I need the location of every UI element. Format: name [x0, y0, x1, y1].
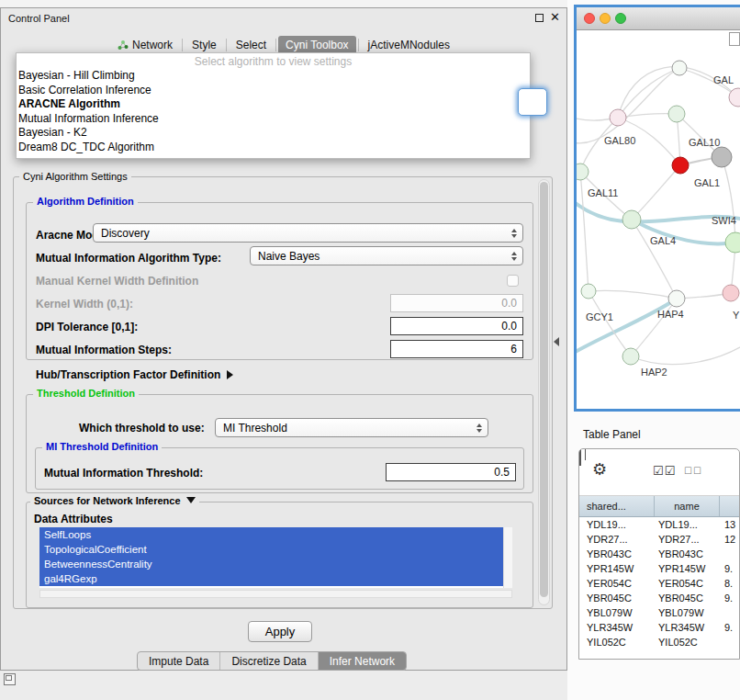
- network-node[interactable]: [672, 157, 689, 174]
- columns-icon[interactable]: [579, 448, 581, 466]
- table-row[interactable]: YDL19...YDL19...13: [579, 517, 739, 532]
- tab-infer-network[interactable]: Infer Network: [318, 652, 406, 670]
- network-node[interactable]: [725, 232, 740, 253]
- table-cell: YER054C: [579, 578, 655, 589]
- network-canvas[interactable]: GALGAL80GAL10GAL11GAL1SWI4GAL4GCY1HAP4HA…: [577, 30, 740, 409]
- kernel-width-field[interactable]: [390, 294, 523, 312]
- table-row[interactable]: YBR043CYBR043C: [579, 547, 739, 561]
- mi-type-select[interactable]: Naive Bayes: [250, 246, 523, 265]
- table-cell: 12: [720, 534, 739, 545]
- network-window-titlebar[interactable]: [577, 7, 740, 30]
- mi-steps-field[interactable]: [390, 340, 523, 358]
- hub-section-label: Hub/Transcription Factor Definition: [36, 368, 220, 381]
- tab-cyni-toolbox[interactable]: Cyni Toolbox: [278, 36, 355, 54]
- algorithm-option[interactable]: Dream8 DC_TDC Algorithm: [17, 141, 530, 155]
- network-node[interactable]: [712, 147, 732, 167]
- table-row[interactable]: YBL079WYBL079W: [579, 605, 739, 620]
- settings-scrollbar-thumb[interactable]: [540, 182, 548, 597]
- float-window-icon[interactable]: [535, 14, 544, 22]
- network-node[interactable]: [581, 284, 596, 299]
- attribute-item[interactable]: BetweennessCentrality: [39, 557, 503, 571]
- algorithm-dropdown-popup: Select algorithm to view settings Bayesi…: [16, 52, 531, 159]
- column-header-extra[interactable]: [720, 496, 739, 516]
- network-node[interactable]: [672, 61, 687, 75]
- table-row[interactable]: YER054CYER054C8.: [579, 576, 739, 591]
- dpi-tolerance-field[interactable]: [390, 317, 523, 335]
- table-cell: YDR27...: [655, 534, 720, 545]
- close-icon[interactable]: ✕: [550, 10, 560, 24]
- node-label: GAL1: [694, 177, 720, 188]
- mi-threshold-field[interactable]: [386, 463, 516, 481]
- algorithm-option[interactable]: Basic Correlation Inference: [17, 84, 530, 98]
- select-all-checks-icon[interactable]: ☑☑: [653, 464, 676, 478]
- aracne-mode-select[interactable]: Discovery: [93, 223, 523, 243]
- zoom-traffic-light[interactable]: [615, 13, 626, 24]
- network-node[interactable]: [668, 106, 685, 122]
- which-threshold-select[interactable]: MI Threshold: [215, 418, 488, 437]
- table-body: YDL19...YDL19...13YDR27...YDR27...12YBR0…: [579, 517, 739, 649]
- table-cell: 8.: [720, 578, 739, 589]
- column-header-shared[interactable]: shared...: [579, 496, 655, 516]
- attribute-item[interactable]: SelfLoops: [39, 527, 503, 542]
- network-view-window: GALGAL80GAL10GAL11GAL1SWI4GAL4GCY1HAP4HA…: [574, 5, 740, 412]
- tab-network[interactable]: Network: [110, 36, 180, 54]
- tab-separator: [358, 39, 359, 51]
- attribute-item[interactable]: gal4RGexp: [39, 571, 503, 586]
- table-row[interactable]: YPR145WYPR145W9.: [579, 561, 739, 576]
- canvas-corner-widget[interactable]: [729, 32, 740, 46]
- node-label: GAL: [713, 74, 734, 85]
- mi-threshold-label: Mutual Information Threshold:: [44, 467, 203, 480]
- attribute-item[interactable]: TopologicalCoefficient: [39, 542, 503, 557]
- table-row[interactable]: YIL052CYIL052C: [579, 635, 739, 649]
- network-node[interactable]: [577, 164, 589, 180]
- algorithm-option[interactable]: Bayesian - Hill Climbing: [17, 69, 530, 84]
- table-row[interactable]: YLR345WYLR345W9.: [579, 620, 739, 635]
- attributes-vertical-scrollbar[interactable]: [503, 527, 512, 588]
- docked-panel-icon[interactable]: [4, 673, 16, 685]
- network-edge: [631, 299, 677, 356]
- network-node[interactable]: [610, 109, 626, 126]
- hub-section-toggle[interactable]: Hub/Transcription Factor Definition: [36, 368, 233, 381]
- combo-arrows-icon: [477, 419, 482, 436]
- table-row[interactable]: YBR045CYBR045C9.: [579, 591, 739, 605]
- deselect-all-boxes-icon[interactable]: ☐☐: [684, 466, 702, 476]
- network-node[interactable]: [622, 348, 639, 365]
- table-cell: YLR345W: [655, 622, 720, 633]
- algorithm-placeholder: Select algorithm to view settings: [17, 54, 530, 69]
- attributes-horizontal-scrollbar[interactable]: [39, 590, 512, 598]
- algorithm-option[interactable]: ARACNE Algorithm: [17, 97, 530, 112]
- table-cell: YDL19...: [655, 519, 720, 530]
- gear-icon[interactable]: ⚙: [592, 459, 607, 479]
- settings-scrollbar[interactable]: [538, 179, 550, 605]
- bottom-tabs: Impute DataDiscretize DataInfer Network: [137, 651, 407, 671]
- which-threshold-value: MI Threshold: [223, 422, 287, 435]
- network-node[interactable]: [622, 210, 641, 229]
- table-cell: YBR045C: [655, 593, 720, 604]
- tab-style[interactable]: Style: [185, 36, 224, 54]
- tab-select[interactable]: Select: [229, 36, 274, 54]
- network-node[interactable]: [723, 285, 739, 301]
- tab-impute-data[interactable]: Impute Data: [138, 652, 219, 670]
- minimize-traffic-light[interactable]: [600, 13, 611, 24]
- algorithm-option[interactable]: Mutual Information Inference: [17, 112, 530, 127]
- algorithm-action-button[interactable]: [518, 88, 547, 116]
- table-panel-title: Table Panel: [583, 428, 641, 441]
- tab-discretize-data[interactable]: Discretize Data: [219, 652, 317, 670]
- control-panel-title: Control Panel: [8, 13, 70, 24]
- close-traffic-light[interactable]: [584, 13, 595, 24]
- table-header: shared... name: [579, 496, 739, 517]
- tab-jactivemnodules[interactable]: jActiveMNodules: [361, 36, 457, 54]
- apply-button[interactable]: Apply: [248, 621, 312, 642]
- table-row[interactable]: YDR27...YDR27...12: [579, 532, 739, 547]
- panel-collapse-handle[interactable]: [554, 337, 559, 346]
- which-threshold-label: Which threshold to use:: [79, 422, 205, 435]
- node-label: GAL10: [689, 137, 720, 148]
- manual-kernel-checkbox[interactable]: [507, 275, 519, 287]
- network-edge: [577, 299, 677, 354]
- table-cell: YBR043C: [655, 548, 720, 559]
- expanded-arrow-icon: [186, 497, 196, 503]
- algorithm-option[interactable]: Bayesian - K2: [17, 126, 530, 141]
- network-node[interactable]: [668, 290, 685, 307]
- sources-section-toggle[interactable]: Sources for Network Inference: [30, 495, 199, 506]
- column-header-name[interactable]: name: [655, 496, 720, 516]
